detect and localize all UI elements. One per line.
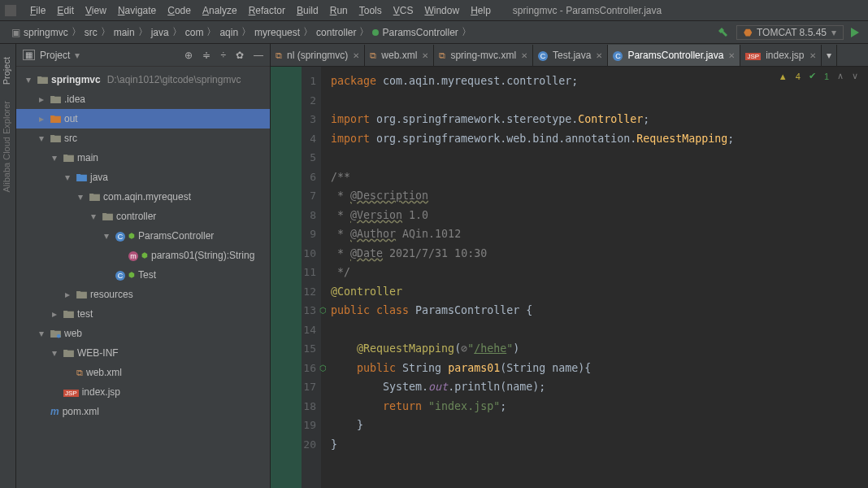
breadcrumb-item[interactable]: aqin (216, 27, 241, 38)
menu-view[interactable]: View (80, 5, 112, 16)
line-number[interactable]: 10 (280, 244, 316, 264)
line-number[interactable]: 3 (280, 110, 316, 129)
code-line[interactable]: public String params01(String name){ (331, 359, 858, 378)
close-icon[interactable]: ✕ (353, 51, 359, 60)
close-icon[interactable]: ✕ (521, 51, 527, 60)
tree-node[interactable]: ▾C⬢ParamsController (16, 226, 270, 246)
tree-node[interactable]: ▾springmvcD:\aqin1012\gitcode\springmvc (16, 70, 270, 89)
inspection-badge[interactable]: ▲4 ✔1 ∧ ∨ (775, 70, 861, 82)
menu-window[interactable]: Window (419, 5, 465, 16)
tree-node[interactable]: mpom.xml (16, 402, 270, 421)
editor-tab[interactable]: ⧉spring-mvc.xml✕ (434, 45, 533, 66)
breadcrumbs[interactable]: ▣ springmvc〉src〉main〉java〉com〉aqin〉myreq… (8, 25, 717, 39)
line-number[interactable]: 6 (280, 168, 316, 187)
line-number[interactable]: 16⬡ (280, 359, 316, 378)
tree-node[interactable]: ▾WEB-INF (16, 343, 270, 363)
code-line[interactable]: @Controller (331, 282, 858, 302)
menu-navigate[interactable]: Navigate (112, 5, 162, 16)
project-panel-title[interactable]: Project (40, 50, 70, 61)
code-editor[interactable]: package com.aqin.myrequest.controller; i… (321, 67, 868, 488)
chevron-down-icon[interactable]: ▾ (75, 50, 80, 61)
code-line[interactable]: return "index.jsp"; (331, 397, 858, 416)
collapse-icon[interactable]: ≑ (202, 50, 210, 61)
line-number[interactable]: 12 (280, 282, 316, 302)
tree-node[interactable]: ▸.idea (16, 89, 270, 109)
code-line[interactable]: import org.springframework.web.bind.anno… (331, 129, 858, 149)
editor-gutter[interactable]: 12345678910111213⬡141516⬡17181920 (271, 67, 321, 488)
close-icon[interactable]: ✕ (596, 51, 602, 60)
tabs-more[interactable]: ▾ (822, 45, 837, 66)
expand-icon[interactable]: ÷ (220, 50, 226, 61)
gutter-mark-icon[interactable]: ⬡ (319, 301, 327, 320)
tree-node[interactable]: JSPindex.jsp (16, 382, 270, 402)
breadcrumb-item[interactable]: main (111, 27, 138, 38)
line-number[interactable]: 14 (280, 320, 316, 340)
code-line[interactable]: * @Date 2021/7/31 10:30 (331, 244, 858, 264)
breadcrumb-item[interactable]: ▣ springmvc (8, 27, 72, 38)
tree-twisty-icon[interactable]: ▾ (78, 191, 86, 203)
tree-twisty-icon[interactable]: ▾ (52, 347, 60, 359)
menu-edit[interactable]: Edit (51, 5, 80, 16)
line-number[interactable]: 18 (280, 397, 316, 416)
menu-analyze[interactable]: Analyze (197, 5, 243, 16)
close-icon[interactable]: ✕ (728, 51, 735, 60)
editor-tab[interactable]: CTest.java✕ (533, 45, 608, 66)
line-number[interactable]: 1 (280, 72, 316, 91)
line-number[interactable]: 7 (280, 186, 316, 206)
line-number[interactable]: 4 (280, 129, 316, 149)
code-line[interactable] (331, 148, 858, 168)
breadcrumb-item[interactable]: myrequest (251, 27, 303, 38)
line-number[interactable]: 13⬡ (280, 301, 316, 320)
menu-code[interactable]: Code (162, 5, 197, 16)
chevron-up-icon[interactable]: ∧ (837, 71, 844, 81)
code-line[interactable] (331, 320, 858, 340)
menu-run[interactable]: Run (324, 5, 354, 16)
gutter-mark-icon[interactable]: ⬡ (319, 359, 327, 378)
tree-twisty-icon[interactable]: ▾ (26, 74, 34, 85)
breadcrumb-item[interactable]: controller (313, 27, 359, 38)
code-line[interactable]: * @Version 1.0 (331, 206, 858, 225)
editor-tab[interactable]: ⧉nl (springmvc)✕ (271, 45, 365, 66)
close-icon[interactable]: ✕ (809, 51, 816, 60)
menu-refactor[interactable]: Refactor (243, 5, 291, 16)
tree-twisty-icon[interactable]: ▾ (39, 133, 47, 144)
menu-vcs[interactable]: VCS (388, 5, 419, 16)
tree-node[interactable]: ▾java (16, 168, 270, 187)
line-number[interactable]: 15 (280, 339, 316, 359)
tree-node[interactable]: ▾web (16, 324, 270, 343)
tree-node[interactable]: ▾main (16, 148, 270, 168)
menu-tools[interactable]: Tools (354, 5, 388, 16)
editor-tab[interactable]: CParamsController.java✕ (608, 45, 740, 66)
tree-twisty-icon[interactable]: ▸ (65, 289, 73, 300)
editor-tab[interactable]: ⧉web.xml✕ (365, 45, 434, 66)
code-line[interactable]: @RequestMapping(⊘"/hehe") (331, 339, 858, 359)
line-number[interactable]: 9 (280, 224, 316, 244)
run-config-select[interactable]: ⬣ TOMCAT 8.5.45 ▾ (736, 25, 844, 40)
code-line[interactable]: public class ParamsController { (331, 301, 858, 320)
hide-icon[interactable]: — (254, 50, 263, 61)
chevron-down-icon[interactable]: ∨ (852, 71, 858, 81)
tree-node[interactable]: ▾src (16, 129, 270, 148)
run-icon[interactable] (850, 28, 860, 37)
line-number[interactable]: 17 (280, 377, 316, 397)
code-line[interactable]: * @Author AQin.1012 (331, 224, 858, 244)
breadcrumb-item[interactable]: java (148, 27, 172, 38)
code-line[interactable]: System.out.println(name); (331, 377, 858, 397)
menu-build[interactable]: Build (291, 5, 324, 16)
menu-help[interactable]: Help (465, 5, 497, 16)
line-number[interactable]: 19 (280, 416, 316, 435)
code-line[interactable]: } (331, 416, 858, 435)
line-number[interactable]: 11 (280, 263, 316, 282)
tree-node[interactable]: ⧉web.xml (16, 363, 270, 382)
breadcrumb-item[interactable]: ParamsController (369, 27, 461, 38)
breadcrumb-item[interactable]: src (81, 27, 101, 38)
code-line[interactable]: import org.springframework.stereotype.Co… (331, 110, 858, 129)
code-line[interactable]: } (331, 435, 858, 455)
tree-twisty-icon[interactable]: ▸ (39, 113, 47, 124)
code-line[interactable]: * @Description (331, 186, 858, 206)
line-number[interactable]: 5 (280, 148, 316, 168)
tree-twisty-icon[interactable]: ▾ (52, 152, 60, 163)
tree-node[interactable]: m⬢params01(String):String (16, 246, 270, 265)
tree-node[interactable]: C⬢Test (16, 265, 270, 285)
tool-tab-alibaba-cloud-explorer[interactable]: Alibaba Cloud Explorer (0, 94, 13, 199)
